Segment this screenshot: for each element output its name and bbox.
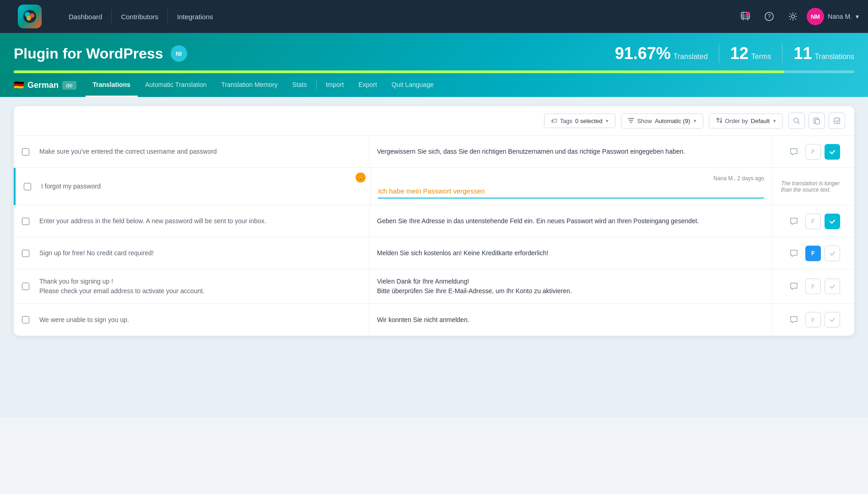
table-row: Enter your address in the field below. A… [14,205,854,237]
help-button[interactable]: ? [759,6,779,27]
row1-approve-button[interactable] [825,144,840,160]
row6-approve-button[interactable] [825,312,840,328]
row1-source: Make sure you've entered the correct use… [38,136,370,167]
progress-number: 91.67% [615,44,671,63]
row3-translation[interactable]: Geben Sie Ihre Adresse in das untenstehe… [370,205,772,237]
translations-label: Translations [814,53,854,61]
row2-checkbox[interactable] [24,183,31,190]
row4-fuzzy-button[interactable]: F [805,246,821,261]
tags-chevron-icon: ▾ [606,118,609,124]
row6-checkbox[interactable] [22,316,29,323]
row1-source-text: Make sure you've entered the correct use… [39,147,362,156]
row2-translation-edit[interactable]: Nana M., 2 days ago [371,168,772,205]
row1-translation-text: Vergewissern Sie sich, dass Sie den rich… [377,147,764,156]
tab-automatic-translation[interactable]: Automatic Translation [138,73,214,97]
settings-button[interactable] [783,6,803,27]
cart-button[interactable]: ! [735,6,755,27]
header-stats: 91.67% Translated 12 Terms 11 Translatio… [615,44,854,63]
row1-comment-button[interactable] [786,144,802,160]
user-name[interactable]: Nana M. [828,13,852,20]
row5-comment-button[interactable] [786,279,802,294]
row3-checkbox[interactable] [22,218,29,225]
row5-fuzzy-button[interactable]: F [805,279,821,294]
copy-button[interactable] [809,113,825,129]
row3-actions: F [772,205,854,237]
svg-text:!: ! [748,13,748,16]
row3-fuzzy-button[interactable]: F [805,214,821,229]
action-import[interactable]: Import [318,73,351,97]
order-value: Default [751,118,770,124]
row3-source-text: Enter your address in the field below. A… [39,216,362,226]
order-by-button[interactable]: Order by Default ▾ [709,113,783,129]
toolbar-right [788,113,845,129]
svg-text:?: ? [768,13,771,20]
search-button[interactable] [788,113,805,129]
row3-comment-button[interactable] [786,214,802,229]
tab-translation-memory[interactable]: Translation Memory [214,73,285,97]
row4-translation-text: Melden Sie sich kostenlos an! Keine Kred… [377,248,764,258]
lang-badge: NI [171,45,187,62]
user-avatar[interactable]: NM [807,8,824,25]
show-value: Automatic (9) [655,118,690,124]
row5-translation-text: Vielen Dank für Ihre Anmeldung!Bitte übe… [377,277,764,296]
user-dropdown-arrow[interactable]: ▾ [856,13,859,20]
action-quit-language[interactable]: Quit Language [384,73,441,97]
row4-approve-button[interactable] [825,246,840,261]
order-chevron-icon: ▾ [773,118,776,124]
row1-checkbox[interactable] [22,148,29,156]
nav-integrations[interactable]: Integrations [168,0,222,33]
row3-source: Enter your address in the field below. A… [38,205,370,237]
row4-checkbox[interactable] [22,250,29,257]
show-filter-button[interactable]: Show Automatic (9) ▾ [621,113,703,129]
row2-source: I forgot my password 🔒 [39,168,371,205]
tab-translations[interactable]: Translations [86,73,138,97]
row4-actions: F [772,237,854,269]
table-row: Thank you for signing up !Please check y… [14,269,854,304]
app-logo[interactable] [18,5,42,28]
row5-source: Thank you for signing up !Please check y… [38,269,370,303]
language-flag: 🇩🇪 [14,80,24,90]
progress-stat: 91.67% Translated [615,44,708,63]
row1-fuzzy-button[interactable]: F [805,144,821,160]
row4-translation[interactable]: Melden Sie sich kostenlos an! Keine Kred… [370,237,772,269]
row2-source-text: I forgot my password [41,182,363,191]
row5-approve-button[interactable] [825,279,840,294]
row1-translation[interactable]: Vergewissern Sie sich, dass Sie den rich… [370,136,772,167]
nav-contributors[interactable]: Contributors [112,0,167,33]
toolbar: 🏷 Tags 0 selected ▾ Show Automatic (9) ▾ [14,106,854,136]
row1-checkbox-col [14,136,38,167]
row5-source-text: Thank you for signing up !Please check y… [39,277,362,296]
tags-filter-button[interactable]: 🏷 Tags 0 selected ▾ [544,113,616,128]
row4-source: Sign up for free! No credit card require… [38,237,370,269]
table-row: Make sure you've entered the correct use… [14,136,854,168]
header-top: Plugin for WordPress NI 91.67% Translate… [14,44,854,63]
table-row: Sign up for free! No credit card require… [14,237,854,269]
svg-rect-13 [834,118,840,124]
sub-navigation: 🇩🇪 German de Translations Automatic Tran… [0,73,868,97]
action-export[interactable]: Export [351,73,384,97]
language-code-badge: de [62,81,76,90]
row5-translation[interactable]: Vielen Dank für Ihre Anmeldung!Bitte übe… [370,269,772,303]
row4-checkbox-col [14,237,38,269]
row2-translation-input[interactable] [378,185,764,199]
row3-approve-button[interactable] [825,214,840,229]
row6-translation[interactable]: Wir konnten Sie nicht anmelden. [370,304,772,336]
row4-comment-button[interactable] [786,246,802,261]
table-row-active: I forgot my password 🔒 Nana M., 2 days a… [14,168,854,205]
logo-area[interactable] [9,5,50,28]
row6-fuzzy-button[interactable]: F [805,312,821,328]
show-chevron-icon: ▾ [694,118,696,124]
row6-comment-button[interactable] [786,312,802,328]
translations-table: Make sure you've entered the correct use… [14,136,854,336]
tab-stats[interactable]: Stats [285,73,314,97]
main-content: 🏷 Tags 0 selected ▾ Show Automatic (9) ▾ [0,97,868,417]
check-all-button[interactable] [829,113,845,129]
row3-checkbox-col [14,205,38,237]
row5-actions: F [772,269,854,303]
nav-dashboard[interactable]: Dashboard [59,0,111,33]
row1-actions: F [772,136,854,167]
tags-icon: 🏷 [551,117,557,124]
row5-checkbox[interactable] [22,283,29,290]
svg-point-9 [792,15,795,18]
order-label: Order by [725,118,748,124]
